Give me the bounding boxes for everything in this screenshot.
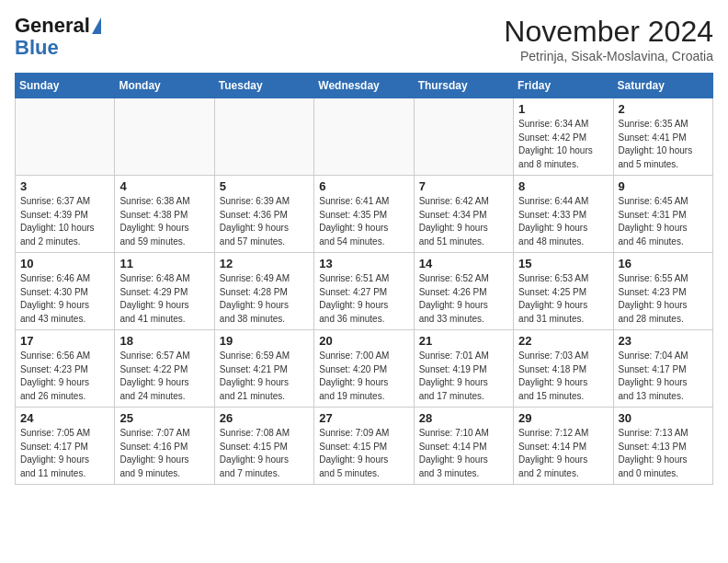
weekday-tuesday: Tuesday: [214, 74, 313, 98]
calendar-cell: 18Sunrise: 6:57 AMSunset: 4:22 PMDayligh…: [115, 330, 214, 408]
day-number: 18: [119, 334, 209, 348]
day-number: 12: [220, 257, 309, 270]
week-row-5: 24Sunrise: 7:05 AMSunset: 4:17 PMDayligh…: [16, 408, 713, 485]
day-number: 30: [619, 411, 708, 425]
week-row-3: 10Sunrise: 6:46 AMSunset: 4:30 PMDayligh…: [16, 253, 713, 330]
calendar-cell: 29Sunrise: 7:12 AMSunset: 4:14 PMDayligh…: [514, 408, 613, 485]
calendar-cell: 5Sunrise: 6:39 AMSunset: 4:36 PMDaylight…: [214, 176, 313, 253]
day-info: Sunrise: 7:05 AMSunset: 4:17 PMDaylight:…: [20, 427, 109, 480]
month-title: November 2024: [504, 15, 713, 49]
calendar-cell: 26Sunrise: 7:08 AMSunset: 4:15 PMDayligh…: [214, 408, 313, 485]
day-info: Sunrise: 6:48 AMSunset: 4:29 PMDaylight:…: [119, 272, 209, 326]
calendar-cell: 20Sunrise: 7:00 AMSunset: 4:20 PMDayligh…: [314, 330, 414, 408]
calendar-cell: 17Sunrise: 6:56 AMSunset: 4:23 PMDayligh…: [16, 330, 115, 408]
logo-triangle-icon: [92, 17, 101, 34]
day-info: Sunrise: 6:42 AMSunset: 4:34 PMDaylight:…: [419, 195, 508, 248]
calendar-cell: [314, 98, 414, 176]
calendar-cell: 27Sunrise: 7:09 AMSunset: 4:15 PMDayligh…: [314, 408, 414, 485]
calendar-cell: 15Sunrise: 6:53 AMSunset: 4:25 PMDayligh…: [514, 253, 613, 330]
day-info: Sunrise: 7:03 AMSunset: 4:18 PMDaylight:…: [518, 350, 608, 403]
day-number: 4: [119, 179, 209, 193]
calendar-cell: 2Sunrise: 6:35 AMSunset: 4:41 PMDaylight…: [613, 98, 712, 176]
calendar-cell: 1Sunrise: 6:34 AMSunset: 4:42 PMDaylight…: [514, 98, 613, 176]
day-info: Sunrise: 6:37 AMSunset: 4:39 PMDaylight:…: [20, 195, 109, 248]
calendar-cell: 30Sunrise: 7:13 AMSunset: 4:13 PMDayligh…: [613, 408, 712, 485]
day-number: 25: [119, 411, 209, 425]
calendar-body: 1Sunrise: 6:34 AMSunset: 4:42 PMDaylight…: [16, 98, 713, 485]
day-info: Sunrise: 6:44 AMSunset: 4:33 PMDaylight:…: [518, 195, 608, 248]
day-number: 6: [319, 179, 408, 193]
day-info: Sunrise: 7:13 AMSunset: 4:13 PMDaylight:…: [619, 427, 708, 480]
calendar-cell: 7Sunrise: 6:42 AMSunset: 4:34 PMDaylight…: [414, 176, 513, 253]
day-info: Sunrise: 7:01 AMSunset: 4:19 PMDaylight:…: [419, 350, 508, 403]
calendar-cell: 13Sunrise: 6:51 AMSunset: 4:27 PMDayligh…: [314, 253, 414, 330]
weekday-monday: Monday: [115, 74, 214, 98]
day-number: 29: [518, 411, 608, 425]
day-info: Sunrise: 6:55 AMSunset: 4:23 PMDaylight:…: [619, 272, 708, 326]
logo-general: General: [15, 15, 90, 37]
day-number: 23: [619, 334, 708, 348]
day-number: 7: [419, 179, 508, 193]
calendar-cell: 10Sunrise: 6:46 AMSunset: 4:30 PMDayligh…: [16, 253, 115, 330]
day-number: 3: [20, 179, 109, 193]
calendar-cell: 24Sunrise: 7:05 AMSunset: 4:17 PMDayligh…: [16, 408, 115, 485]
day-info: Sunrise: 7:10 AMSunset: 4:14 PMDaylight:…: [419, 427, 508, 480]
day-number: 11: [119, 257, 209, 270]
day-info: Sunrise: 6:41 AMSunset: 4:35 PMDaylight:…: [319, 195, 408, 248]
weekday-friday: Friday: [514, 74, 613, 98]
day-info: Sunrise: 6:59 AMSunset: 4:21 PMDaylight:…: [220, 350, 309, 403]
weekday-sunday: Sunday: [16, 74, 115, 98]
day-info: Sunrise: 7:00 AMSunset: 4:20 PMDaylight:…: [319, 350, 408, 403]
calendar-cell: 11Sunrise: 6:48 AMSunset: 4:29 PMDayligh…: [115, 253, 214, 330]
calendar-cell: 6Sunrise: 6:41 AMSunset: 4:35 PMDaylight…: [314, 176, 414, 253]
day-number: 28: [419, 411, 508, 425]
day-info: Sunrise: 6:57 AMSunset: 4:22 PMDaylight:…: [119, 350, 209, 403]
day-number: 15: [518, 257, 608, 270]
location-title: Petrinja, Sisak-Moslavina, Croatia: [504, 49, 713, 63]
logo-blue: Blue: [15, 37, 59, 59]
calendar-cell: 19Sunrise: 6:59 AMSunset: 4:21 PMDayligh…: [214, 330, 313, 408]
calendar: SundayMondayTuesdayWednesdayThursdayFrid…: [15, 73, 713, 485]
calendar-cell: 9Sunrise: 6:45 AMSunset: 4:31 PMDaylight…: [613, 176, 712, 253]
week-row-4: 17Sunrise: 6:56 AMSunset: 4:23 PMDayligh…: [16, 330, 713, 408]
weekday-thursday: Thursday: [414, 74, 513, 98]
day-info: Sunrise: 6:35 AMSunset: 4:41 PMDaylight:…: [619, 118, 708, 171]
calendar-cell: 22Sunrise: 7:03 AMSunset: 4:18 PMDayligh…: [514, 330, 613, 408]
calendar-cell: 25Sunrise: 7:07 AMSunset: 4:16 PMDayligh…: [115, 408, 214, 485]
calendar-cell: 23Sunrise: 7:04 AMSunset: 4:17 PMDayligh…: [613, 330, 712, 408]
day-number: 2: [619, 102, 708, 116]
day-number: 26: [220, 411, 309, 425]
day-number: 17: [20, 334, 109, 348]
day-number: 16: [619, 257, 708, 270]
logo: General Blue: [15, 15, 101, 59]
calendar-cell: 3Sunrise: 6:37 AMSunset: 4:39 PMDaylight…: [16, 176, 115, 253]
day-info: Sunrise: 6:51 AMSunset: 4:27 PMDaylight:…: [319, 272, 408, 326]
day-number: 19: [220, 334, 309, 348]
calendar-cell: 4Sunrise: 6:38 AMSunset: 4:38 PMDaylight…: [115, 176, 214, 253]
day-info: Sunrise: 6:56 AMSunset: 4:23 PMDaylight:…: [20, 350, 109, 403]
calendar-cell: [414, 98, 513, 176]
day-info: Sunrise: 6:49 AMSunset: 4:28 PMDaylight:…: [220, 272, 309, 326]
calendar-cell: [16, 98, 115, 176]
day-info: Sunrise: 6:38 AMSunset: 4:38 PMDaylight:…: [119, 195, 209, 248]
calendar-cell: [115, 98, 214, 176]
day-number: 14: [419, 257, 508, 270]
day-number: 21: [419, 334, 508, 348]
weekday-wednesday: Wednesday: [314, 74, 414, 98]
title-area: November 2024 Petrinja, Sisak-Moslavina,…: [504, 15, 713, 63]
day-info: Sunrise: 7:04 AMSunset: 4:17 PMDaylight:…: [619, 350, 708, 403]
day-info: Sunrise: 7:09 AMSunset: 4:15 PMDaylight:…: [319, 427, 408, 480]
day-number: 27: [319, 411, 408, 425]
week-row-2: 3Sunrise: 6:37 AMSunset: 4:39 PMDaylight…: [16, 176, 713, 253]
day-info: Sunrise: 7:08 AMSunset: 4:15 PMDaylight:…: [220, 427, 309, 480]
day-info: Sunrise: 6:46 AMSunset: 4:30 PMDaylight:…: [20, 272, 109, 326]
day-info: Sunrise: 7:07 AMSunset: 4:16 PMDaylight:…: [119, 427, 209, 480]
day-number: 5: [220, 179, 309, 193]
week-row-1: 1Sunrise: 6:34 AMSunset: 4:42 PMDaylight…: [16, 98, 713, 176]
day-info: Sunrise: 6:45 AMSunset: 4:31 PMDaylight:…: [619, 195, 708, 248]
day-info: Sunrise: 7:12 AMSunset: 4:14 PMDaylight:…: [518, 427, 608, 480]
day-number: 24: [20, 411, 109, 425]
day-info: Sunrise: 6:52 AMSunset: 4:26 PMDaylight:…: [419, 272, 508, 326]
day-number: 20: [319, 334, 408, 348]
header: General Blue November 2024 Petrinja, Sis…: [15, 15, 713, 63]
